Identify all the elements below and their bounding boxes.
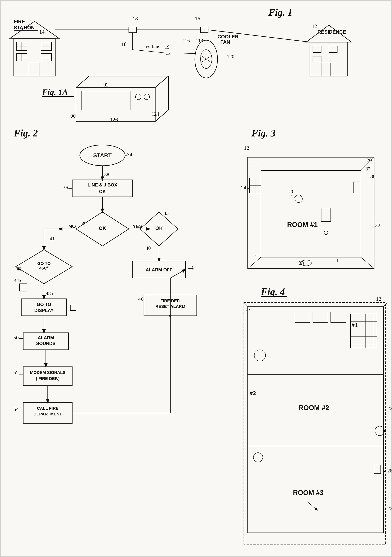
svg-rect-113 [21,299,67,316]
svg-text:52: 52 [13,369,19,376]
svg-text:18: 18 [133,16,138,22]
svg-text:Fig. 1: Fig. 1 [268,7,292,18]
svg-line-140 [170,270,185,278]
svg-point-208 [253,453,263,462]
svg-text:50: 50 [13,335,19,341]
svg-text:34: 34 [127,152,132,157]
svg-text:28: 28 [299,260,304,266]
svg-text:STATION: STATION [14,25,34,30]
svg-text:FAN: FAN [220,39,230,45]
svg-text:OK: OK [155,225,163,231]
svg-text:Fig. 2: Fig. 2 [14,128,38,139]
svg-point-193 [254,350,266,361]
svg-text:38: 38 [104,172,109,177]
svg-rect-181 [295,312,310,322]
svg-text:22: 22 [375,222,380,228]
svg-text:54: 54 [13,406,19,412]
svg-text:DISPLAY: DISPLAY [34,308,54,313]
svg-text:19: 19 [165,44,170,50]
svg-text:24: 24 [241,185,246,190]
svg-text:DEPARTMENT: DEPARTMENT [33,412,62,416]
svg-text:CALL FIRE: CALL FIRE [37,406,58,411]
svg-text:12: 12 [244,145,249,151]
svg-text:26: 26 [289,188,295,194]
svg-text:Fig. 3: Fig. 3 [251,128,275,139]
svg-rect-185 [351,314,377,348]
svg-rect-62 [76,87,155,121]
svg-line-202 [306,501,318,510]
svg-text:37: 37 [366,166,370,172]
svg-text:14: 14 [39,29,45,35]
svg-text:MODEM SIGNALS: MODEM SIGNALS [30,370,65,375]
svg-text:28: 28 [387,468,392,474]
svg-text:#2: #2 [249,390,256,396]
svg-text:22: 22 [387,405,392,411]
svg-text:36: 36 [63,185,68,190]
svg-text:48: 48 [16,266,22,272]
svg-point-174 [324,231,328,235]
svg-text:ref line: ref line [146,44,159,49]
svg-line-152 [361,257,374,269]
svg-rect-205 [374,465,381,473]
svg-text:92: 92 [103,82,109,88]
svg-text:120: 120 [227,54,234,59]
svg-rect-180 [248,306,384,374]
svg-text:GO TO: GO TO [37,302,51,307]
svg-text:12: 12 [376,296,381,302]
svg-text:46: 46 [138,296,144,302]
svg-text:ROOM #2: ROOM #2 [299,404,329,412]
svg-text:ROOM #3: ROOM #3 [293,489,324,497]
svg-rect-182 [313,312,328,322]
svg-text:OK: OK [99,225,106,231]
svg-line-64 [155,76,168,87]
svg-rect-68 [82,91,131,110]
svg-text:43: 43 [164,211,169,216]
patent-drawing-page: Fig. 1 12 RESIDENCE FIRE STATION 14 [0,0,392,557]
svg-text:NO: NO [68,223,76,229]
svg-text:90: 90 [70,113,76,119]
svg-point-161 [295,195,302,203]
svg-text:48a: 48a [46,291,53,296]
svg-line-150 [248,157,261,171]
svg-text:ALARM: ALARM [38,335,54,340]
svg-text:START: START [93,152,112,158]
svg-rect-164 [353,182,361,193]
svg-text:118: 118 [196,38,203,43]
svg-text:ALARM OFF: ALARM OFF [146,267,172,272]
svg-text:ROOM #1: ROOM #1 [287,221,318,229]
svg-text:Fig. 1A: Fig. 1A [42,88,68,97]
svg-text:RESIDENCE: RESIDENCE [318,29,346,35]
svg-rect-6 [321,63,331,76]
svg-rect-39 [200,27,208,33]
svg-text:22: 22 [387,506,392,511]
svg-text:2: 2 [255,254,258,259]
svg-text:#1: #1 [352,322,358,328]
svg-line-212 [244,303,248,306]
svg-text:12: 12 [312,23,317,29]
svg-text:Fig. 4: Fig. 4 [261,286,285,297]
svg-rect-183 [331,312,346,322]
svg-text:45C°: 45C° [39,266,48,270]
svg-text:20: 20 [367,157,372,163]
svg-text:16: 16 [195,16,200,22]
svg-text:LINE & J BOX: LINE & J BOX [88,182,117,188]
svg-rect-37 [129,27,136,33]
svg-line-153 [248,257,261,269]
svg-rect-21 [29,63,39,76]
svg-line-54 [133,50,170,53]
svg-line-63 [76,76,89,87]
svg-text:41: 41 [50,236,55,241]
svg-rect-116 [70,305,76,311]
svg-text:( FIRE DEP.): ( FIRE DEP.) [36,376,60,381]
svg-point-199 [375,426,384,436]
svg-text:SOUNDS: SOUNDS [36,341,56,346]
svg-text:COOLER: COOLER [217,34,239,40]
svg-text:GO TO: GO TO [37,261,51,266]
svg-point-70 [144,94,150,100]
svg-text:116: 116 [183,38,190,43]
svg-text:44: 44 [188,265,193,271]
svg-text:OK: OK [99,189,106,194]
svg-text:1: 1 [336,258,339,263]
svg-text:18': 18' [121,41,128,47]
svg-rect-110 [19,284,27,291]
